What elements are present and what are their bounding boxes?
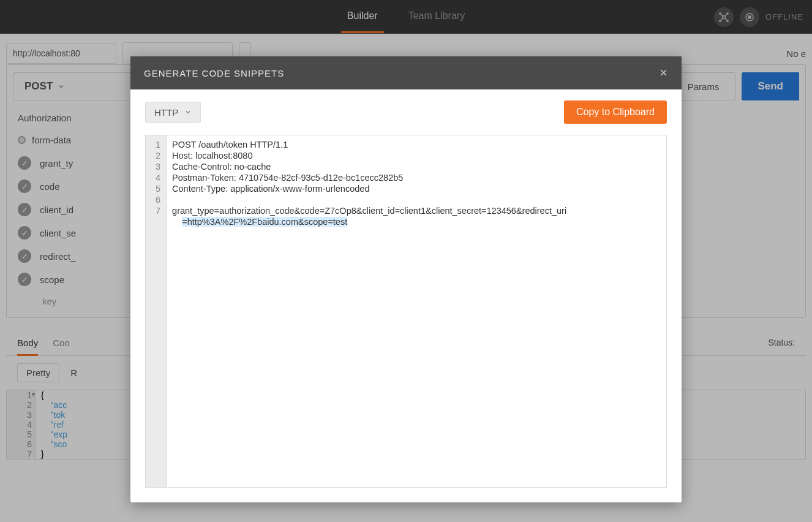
copy-to-clipboard-button[interactable]: Copy to Clipboard	[564, 100, 667, 124]
close-icon[interactable]: ×	[660, 65, 668, 81]
chevron-down-icon	[184, 108, 192, 116]
language-label: HTTP	[154, 107, 178, 118]
modal-toolbar: HTTP Copy to Clipboard	[130, 89, 682, 135]
code-content: POST /oauth/token HTTP/1.1Host: localhos…	[167, 135, 666, 487]
modal-header: GENERATE CODE SNIPPETS ×	[130, 56, 682, 89]
code-gutter: 1234567	[146, 135, 167, 487]
modal-overlay: GENERATE CODE SNIPPETS × HTTP Copy to Cl…	[0, 0, 812, 522]
language-select[interactable]: HTTP	[145, 102, 201, 123]
code-snippets-modal: GENERATE CODE SNIPPETS × HTTP Copy to Cl…	[130, 56, 682, 502]
code-editor[interactable]: 1234567 POST /oauth/token HTTP/1.1Host: …	[145, 135, 667, 488]
modal-title: GENERATE CODE SNIPPETS	[144, 68, 284, 78]
